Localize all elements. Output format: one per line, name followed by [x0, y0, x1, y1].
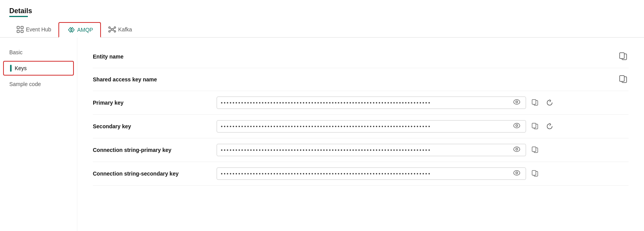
- primary-key-field: ••••••••••••••••••••••••••••••••••••••••…: [217, 97, 526, 109]
- sidebar: Basic Keys Sample code: [0, 38, 77, 231]
- page-title: Details: [0, 7, 644, 16]
- conn-secondary-label: Connection string-secondary key: [93, 171, 217, 177]
- primary-key-dots: ••••••••••••••••••••••••••••••••••••••••…: [221, 100, 431, 106]
- main-content: Basic Keys Sample code Entity name: [0, 38, 644, 231]
- svg-line-13: [110, 30, 111, 31]
- primary-key-label: Primary key: [93, 100, 217, 106]
- secondary-key-copy-btn[interactable]: [529, 121, 541, 131]
- svg-rect-1: [17, 30, 19, 33]
- conn-primary-eye-btn[interactable]: [512, 147, 522, 153]
- svg-point-32: [516, 172, 518, 174]
- detail-area: Entity name Shared access key name: [77, 38, 644, 231]
- secondary-key-eye-btn[interactable]: [512, 123, 522, 130]
- conn-secondary-field: ••••••••••••••••••••••••••••••••••••••••…: [217, 167, 526, 180]
- tab-kafka[interactable]: Kafka: [101, 22, 140, 37]
- sidebar-active-bar: [10, 65, 12, 72]
- svg-line-14: [113, 30, 114, 31]
- shared-access-copy-btn[interactable]: [618, 74, 629, 85]
- shared-access-value: [217, 74, 629, 85]
- primary-key-eye-btn[interactable]: [512, 99, 522, 106]
- svg-point-31: [514, 171, 520, 175]
- entity-name-copy-btn[interactable]: [618, 51, 629, 62]
- svg-point-28: [516, 148, 518, 150]
- svg-rect-26: [532, 123, 536, 128]
- field-row-conn-primary: Connection string-primary key ••••••••••…: [93, 138, 629, 162]
- svg-rect-18: [620, 76, 624, 81]
- secondary-key-label: Secondary key: [93, 123, 217, 129]
- sidebar-item-keys[interactable]: Keys: [3, 61, 74, 76]
- svg-line-12: [113, 28, 114, 29]
- sidebar-item-basic[interactable]: Basic: [0, 45, 77, 59]
- tab-eventhub-label: Event Hub: [26, 26, 51, 33]
- svg-point-27: [514, 147, 520, 152]
- kafka-icon: [108, 26, 116, 33]
- svg-line-11: [110, 28, 111, 29]
- svg-point-23: [514, 123, 520, 128]
- svg-rect-34: [532, 171, 536, 175]
- conn-secondary-copy-btn[interactable]: [529, 169, 541, 179]
- page-container: Details Event Hub AMQP: [0, 0, 644, 231]
- secondary-key-field: ••••••••••••••••••••••••••••••••••••••••…: [217, 120, 526, 133]
- svg-rect-3: [21, 30, 23, 33]
- entity-name-value: [217, 51, 629, 62]
- svg-rect-22: [532, 100, 536, 104]
- svg-point-9: [109, 31, 110, 32]
- svg-point-20: [516, 101, 518, 103]
- primary-key-refresh-btn[interactable]: [544, 98, 555, 108]
- svg-point-6: [111, 29, 113, 31]
- svg-point-8: [114, 27, 116, 28]
- conn-primary-copy-btn[interactable]: [529, 145, 541, 155]
- tab-kafka-label: Kafka: [118, 26, 132, 33]
- svg-rect-2: [21, 26, 23, 29]
- eventhub-icon: [17, 26, 24, 33]
- tab-eventhub[interactable]: Event Hub: [9, 22, 58, 37]
- entity-name-label: Entity name: [93, 53, 217, 60]
- tab-amqp[interactable]: AMQP: [58, 22, 101, 38]
- conn-primary-label: Connection string-primary key: [93, 147, 217, 153]
- conn-primary-dots: ••••••••••••••••••••••••••••••••••••••••…: [221, 147, 431, 153]
- field-row-secondary-key: Secondary key ••••••••••••••••••••••••••…: [93, 115, 629, 138]
- tab-bar: Event Hub AMQP: [0, 22, 644, 38]
- svg-point-7: [109, 27, 110, 28]
- conn-secondary-dots: ••••••••••••••••••••••••••••••••••••••••…: [221, 171, 431, 177]
- secondary-key-value: ••••••••••••••••••••••••••••••••••••••••…: [217, 120, 629, 133]
- title-underline: [9, 16, 28, 17]
- secondary-key-refresh-btn[interactable]: [544, 121, 555, 131]
- field-row-entity-name: Entity name: [93, 45, 629, 68]
- field-row-conn-secondary: Connection string-secondary key ••••••••…: [93, 162, 629, 186]
- svg-point-10: [114, 31, 116, 32]
- sidebar-item-sample-code[interactable]: Sample code: [0, 77, 77, 91]
- amqp-icon: [66, 27, 75, 33]
- field-row-shared-access: Shared access key name: [93, 68, 629, 91]
- shared-access-label: Shared access key name: [93, 76, 217, 83]
- conn-primary-field: ••••••••••••••••••••••••••••••••••••••••…: [217, 144, 526, 156]
- svg-point-19: [514, 100, 520, 104]
- conn-secondary-eye-btn[interactable]: [512, 170, 522, 177]
- svg-point-24: [516, 125, 518, 127]
- conn-secondary-value: ••••••••••••••••••••••••••••••••••••••••…: [217, 167, 629, 180]
- secondary-key-dots: ••••••••••••••••••••••••••••••••••••••••…: [221, 124, 431, 129]
- svg-rect-0: [17, 26, 19, 29]
- tab-amqp-label: AMQP: [77, 27, 93, 33]
- svg-rect-30: [532, 147, 536, 152]
- svg-rect-16: [620, 53, 624, 59]
- field-row-primary-key: Primary key ••••••••••••••••••••••••••••…: [93, 91, 629, 115]
- primary-key-copy-btn[interactable]: [529, 98, 541, 108]
- conn-primary-value: ••••••••••••••••••••••••••••••••••••••••…: [217, 144, 629, 156]
- primary-key-value: ••••••••••••••••••••••••••••••••••••••••…: [217, 97, 629, 109]
